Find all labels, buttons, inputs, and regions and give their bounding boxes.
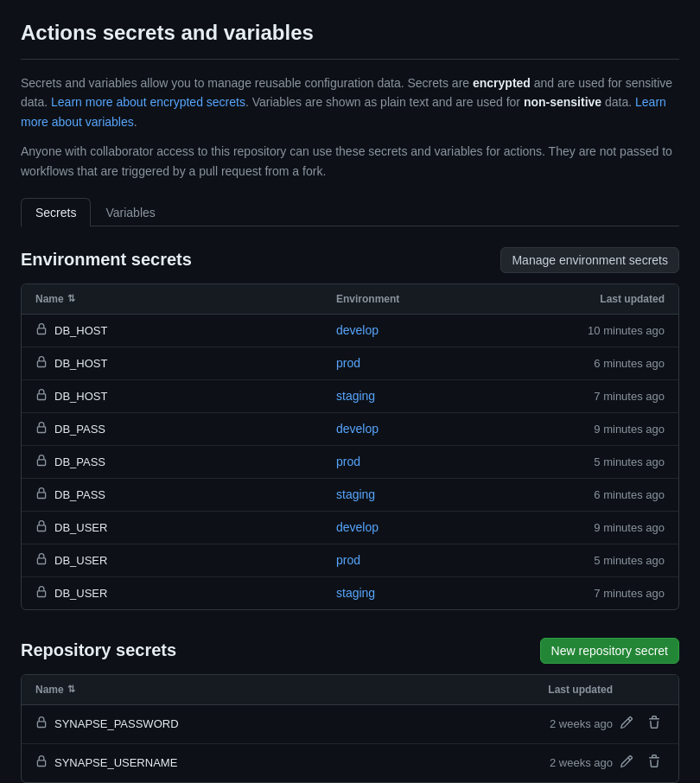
repository-secrets-title: Repository secrets [21,640,176,660]
env-table-row: DB_PASS prod 5 minutes ago [22,446,678,479]
env-table-row: DB_PASS develop 9 minutes ago [22,413,678,446]
encrypted-secrets-link[interactable]: Learn more about encrypted secrets [51,95,245,109]
env-table-row: DB_HOST develop 10 minutes ago [22,315,678,347]
repo-col-last-updated: Last updated [457,684,613,696]
lock-icon [35,553,48,568]
env-cell: develop [336,422,509,436]
sort-icon[interactable]: ⇅ [67,293,75,304]
env-cell: staging [336,586,509,600]
last-updated-cell: 6 minutes ago [509,357,665,370]
repo-sort-icon[interactable]: ⇅ [67,684,75,695]
env-cell: prod [336,455,509,468]
last-updated-cell: 5 minutes ago [509,554,665,567]
new-repository-secret-button[interactable]: New repository secret [540,638,679,664]
repo-last-updated-cell: 2 weeks ago [457,717,613,730]
action-icons [613,753,665,773]
env-link[interactable]: prod [336,553,360,567]
repository-secrets-header: Repository secrets New repository secret [21,638,679,664]
secret-name-cell: DB_HOST [35,323,336,338]
env-link[interactable]: staging [336,389,375,403]
env-col-last-updated: Last updated [509,293,665,305]
env-cell: prod [336,553,509,567]
manage-environment-secrets-button[interactable]: Manage environment secrets [500,247,679,273]
repo-rows-container: SYNAPSE_PASSWORD 2 weeks ago SYNAPSE_USE… [22,705,678,782]
env-table-header-row: Name ⇅ Environment Last updated [22,284,678,315]
env-cell: prod [336,356,509,370]
env-cell: develop [336,520,509,534]
edit-secret-button[interactable] [616,753,637,773]
secret-name-cell: DB_PASS [35,455,336,469]
environment-secrets-header: Environment secrets Manage environment s… [21,247,679,273]
lock-icon [35,356,48,371]
env-table-row: DB_HOST prod 6 minutes ago [22,347,678,380]
repo-secret-name-cell: SYNAPSE_PASSWORD [35,716,457,731]
environment-secrets-section: Environment secrets Manage environment s… [21,247,679,610]
lock-icon [35,716,48,731]
repo-table-header-row: Name ⇅ Last updated [22,675,678,705]
env-link[interactable]: develop [336,323,379,337]
repository-secrets-table: Name ⇅ Last updated SYNAPSE_PASSWORD 2 w… [21,674,679,783]
env-table-row: DB_HOST staging 7 minutes ago [22,380,678,413]
secret-name-cell: DB_PASS [35,487,336,502]
page-title: Actions secrets and variables [21,21,679,60]
lock-icon [35,323,48,338]
tab-variables[interactable]: Variables [91,198,169,226]
env-col-environment: Environment [336,293,509,305]
last-updated-cell: 9 minutes ago [509,423,665,436]
secret-name-cell: DB_USER [35,553,336,568]
last-updated-cell: 5 minutes ago [509,455,665,468]
delete-secret-button[interactable] [644,714,665,735]
last-updated-cell: 7 minutes ago [509,390,665,403]
last-updated-cell: 9 minutes ago [509,521,665,534]
secret-name-cell: DB_HOST [35,389,336,404]
secret-name-cell: DB_PASS [35,422,336,436]
env-table-row: DB_USER develop 9 minutes ago [22,512,678,544]
repo-last-updated-cell: 2 weeks ago [457,756,613,769]
env-table-row: DB_USER staging 7 minutes ago [22,577,678,609]
repo-table-row: SYNAPSE_USERNAME 2 weeks ago [22,744,678,782]
lock-icon [35,422,48,436]
last-updated-cell: 6 minutes ago [509,488,665,501]
env-rows-container: DB_HOST develop 10 minutes ago DB_HOST p… [22,315,678,609]
action-icons [613,714,665,735]
delete-secret-button[interactable] [644,753,665,773]
lock-icon [35,586,48,601]
secret-name-cell: DB_USER [35,586,336,601]
repo-secret-name-cell: SYNAPSE_USERNAME [35,755,457,770]
repo-col-name: Name ⇅ [35,684,457,696]
edit-secret-button[interactable] [616,714,637,735]
environment-secrets-title: Environment secrets [21,250,192,270]
lock-icon [35,389,48,404]
secret-name-cell: DB_HOST [35,356,336,371]
env-table-row: DB_PASS staging 6 minutes ago [22,479,678,512]
lock-icon [35,755,48,770]
env-link[interactable]: staging [336,487,375,501]
environment-secrets-table: Name ⇅ Environment Last updated DB_HOST … [21,283,679,610]
last-updated-cell: 10 minutes ago [509,324,665,337]
last-updated-cell: 7 minutes ago [509,587,665,600]
env-link[interactable]: develop [336,422,379,436]
repo-table-row: SYNAPSE_PASSWORD 2 weeks ago [22,705,678,744]
env-link[interactable]: prod [336,356,360,370]
env-cell: staging [336,389,509,403]
tab-secrets[interactable]: Secrets [21,198,91,226]
env-col-name: Name ⇅ [35,293,336,305]
tabs-bar: Secrets Variables [21,198,679,226]
env-link[interactable]: prod [336,455,360,468]
repository-secrets-section: Repository secrets New repository secret… [21,638,679,783]
env-cell: develop [336,323,509,337]
lock-icon [35,520,48,535]
env-link[interactable]: develop [336,520,379,534]
access-note: Anyone with collaborator access to this … [21,142,679,181]
lock-icon [35,487,48,502]
env-link[interactable]: staging [336,586,375,600]
env-cell: staging [336,487,509,501]
lock-icon [35,455,48,469]
secret-name-cell: DB_USER [35,520,336,535]
description-line1: Secrets and variables allow you to manag… [21,73,679,131]
env-table-row: DB_USER prod 5 minutes ago [22,544,678,577]
